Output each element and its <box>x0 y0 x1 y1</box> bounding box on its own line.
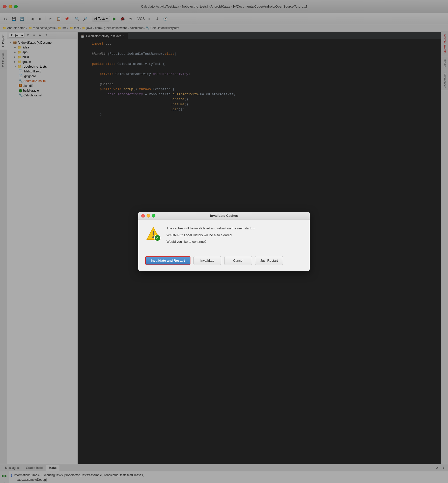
dialog-win-controls[interactable] <box>141 214 155 218</box>
dialog-close-btn[interactable] <box>141 214 145 218</box>
dialog-warning-icon: ✓ <box>145 226 161 242</box>
dialog-msg-line2: WARNING: Local History will be also clea… <box>166 233 303 238</box>
just-restart-button[interactable]: Just Restart <box>255 256 283 265</box>
invalidate-caches-dialog: Invalidate Caches ✓ The caches will be i… <box>138 212 310 271</box>
svg-point-2 <box>152 236 154 238</box>
dialog-msg-line1: The caches will be invalidated and rebui… <box>166 226 303 231</box>
dialog-max-btn[interactable] <box>152 214 155 218</box>
dialog-body: ✓ The caches will be invalidated and reb… <box>138 220 310 252</box>
svg-rect-1 <box>153 231 154 235</box>
dialog-overlay: Invalidate Caches ✓ The caches will be i… <box>0 0 448 483</box>
cancel-button[interactable]: Cancel <box>224 256 252 265</box>
invalidate-button[interactable]: Invalidate <box>193 256 221 265</box>
dialog-min-btn[interactable] <box>147 214 150 218</box>
dialog-title: Invalidate Caches <box>210 214 238 218</box>
dialog-buttons: Invalidate and Restart Invalidate Cancel… <box>138 252 310 271</box>
dialog-message: The caches will be invalidated and rebui… <box>166 226 303 246</box>
invalidate-restart-button[interactable]: Invalidate and Restart <box>145 256 190 265</box>
svg-text:✓: ✓ <box>156 236 159 240</box>
dialog-titlebar: Invalidate Caches <box>138 212 310 220</box>
dialog-msg-line3: Would you like to continue? <box>166 239 303 245</box>
